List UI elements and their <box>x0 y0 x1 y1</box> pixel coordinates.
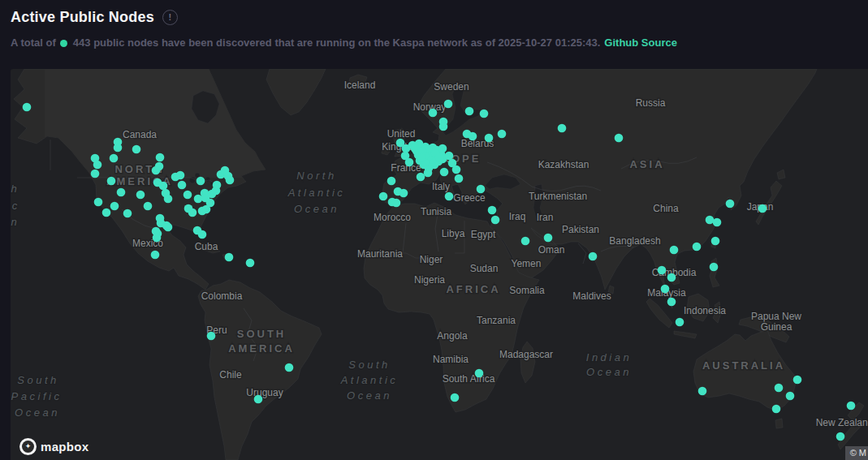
node-marker[interactable] <box>225 253 234 262</box>
node-marker[interactable] <box>153 234 162 243</box>
node-marker[interactable] <box>667 273 676 282</box>
node-marker[interactable] <box>123 209 132 218</box>
node-marker[interactable] <box>439 123 448 131</box>
node-marker[interactable] <box>544 234 553 243</box>
node-marker[interactable] <box>285 363 294 372</box>
node-marker[interactable] <box>392 199 401 208</box>
world-map[interactable]: IcelandSwedenNorwayRussiaCanadaUnitedKin… <box>11 69 868 460</box>
node-marker[interactable] <box>196 177 205 186</box>
node-marker[interactable] <box>424 169 433 178</box>
node-marker[interactable] <box>485 134 494 143</box>
node-marker[interactable] <box>132 145 141 154</box>
node-marker[interactable] <box>438 144 447 153</box>
node-marker[interactable] <box>93 161 102 170</box>
info-icon[interactable]: ! <box>162 10 178 25</box>
node-marker[interactable] <box>151 251 160 260</box>
node-marker[interactable] <box>661 285 670 294</box>
node-marker[interactable] <box>156 153 165 162</box>
node-marker[interactable] <box>488 206 497 215</box>
node-marker[interactable] <box>178 181 187 190</box>
node-marker[interactable] <box>558 124 567 133</box>
node-marker[interactable] <box>91 170 100 178</box>
map-label: Oman <box>538 244 565 256</box>
node-marker[interactable] <box>693 243 702 251</box>
node-marker[interactable] <box>136 191 145 200</box>
node-marker[interactable] <box>615 134 624 143</box>
node-marker[interactable] <box>445 192 454 201</box>
node-marker[interactable] <box>477 185 486 194</box>
node-marker[interactable] <box>102 209 111 217</box>
node-marker[interactable] <box>465 107 474 116</box>
node-marker[interactable] <box>455 174 464 183</box>
node-marker[interactable] <box>94 198 103 207</box>
node-marker[interactable] <box>159 182 168 191</box>
node-marker[interactable] <box>451 393 460 402</box>
node-marker[interactable] <box>491 216 500 225</box>
node-marker[interactable] <box>444 100 453 109</box>
node-marker[interactable] <box>246 259 255 268</box>
node-marker[interactable] <box>847 402 856 411</box>
mapbox-logo[interactable]: ✦ mapbox <box>19 438 89 455</box>
node-marker[interactable] <box>164 223 173 232</box>
node-marker[interactable] <box>387 177 396 186</box>
node-marker[interactable] <box>786 392 795 401</box>
map-label: South <box>348 359 390 371</box>
node-marker[interactable] <box>155 162 164 171</box>
node-marker[interactable] <box>176 171 185 180</box>
node-marker[interactable] <box>698 387 707 396</box>
node-marker[interactable] <box>213 181 222 190</box>
node-marker[interactable] <box>676 318 684 327</box>
node-marker[interactable] <box>469 132 477 141</box>
node-marker[interactable] <box>710 263 719 272</box>
node-marker[interactable] <box>435 153 444 162</box>
node-marker[interactable] <box>194 195 203 204</box>
map-label: United <box>387 128 416 140</box>
node-marker[interactable] <box>452 166 461 174</box>
node-marker[interactable] <box>110 154 119 163</box>
node-marker[interactable] <box>440 168 449 177</box>
node-marker[interactable] <box>658 266 667 275</box>
node-marker[interactable] <box>836 432 845 441</box>
node-marker[interactable] <box>184 191 192 200</box>
node-marker[interactable] <box>706 216 715 225</box>
node-marker[interactable] <box>399 189 408 198</box>
node-marker[interactable] <box>480 110 489 118</box>
node-marker[interactable] <box>144 202 153 211</box>
node-marker[interactable] <box>117 188 126 197</box>
node-marker[interactable] <box>107 177 116 186</box>
world-map-svg[interactable]: IcelandSwedenNorwayRussiaCanadaUnitedKin… <box>11 69 868 460</box>
node-marker[interactable] <box>775 384 784 393</box>
node-marker[interactable] <box>379 192 388 201</box>
node-marker[interactable] <box>110 202 119 211</box>
node-marker[interactable] <box>254 395 263 404</box>
node-marker[interactable] <box>206 199 215 208</box>
github-source-link[interactable]: Github Source <box>604 37 677 49</box>
node-marker[interactable] <box>758 204 767 213</box>
node-marker[interactable] <box>226 176 235 185</box>
node-marker[interactable] <box>188 209 197 217</box>
map-label: Atlantic <box>340 374 399 386</box>
node-marker[interactable] <box>589 252 598 261</box>
node-marker[interactable] <box>772 405 781 414</box>
node-marker[interactable] <box>207 332 216 341</box>
node-marker[interactable] <box>793 376 802 385</box>
node-marker[interactable] <box>429 109 438 118</box>
node-marker[interactable] <box>23 103 32 112</box>
node-marker[interactable] <box>475 369 484 378</box>
node-marker[interactable] <box>521 237 530 246</box>
node-marker[interactable] <box>726 200 735 209</box>
node-marker[interactable] <box>198 230 207 239</box>
node-marker[interactable] <box>713 218 722 227</box>
node-marker[interactable] <box>164 195 173 204</box>
node-marker[interactable] <box>667 298 676 307</box>
node-marker[interactable] <box>114 144 123 153</box>
map-attribution[interactable]: © M <box>845 446 868 460</box>
node-marker[interactable] <box>670 246 679 255</box>
map-label: Somalia <box>509 285 545 296</box>
node-marker[interactable] <box>711 237 720 246</box>
node-marker[interactable] <box>405 158 414 167</box>
node-marker[interactable] <box>417 153 426 162</box>
landmass-hokkaido <box>777 170 785 179</box>
node-marker[interactable] <box>417 173 425 182</box>
node-marker[interactable] <box>498 130 507 139</box>
